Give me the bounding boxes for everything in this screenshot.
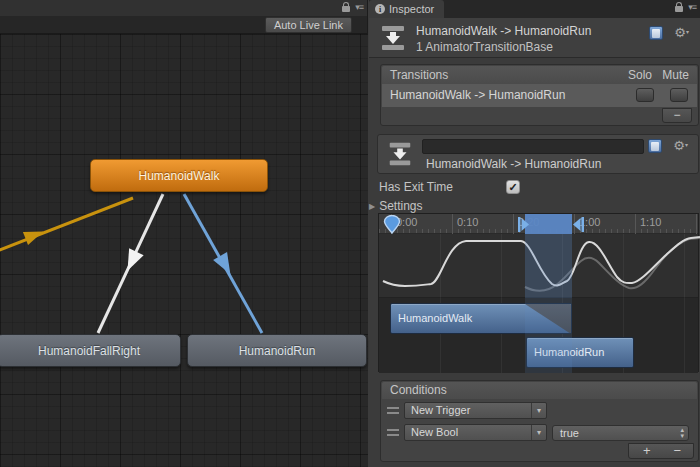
transition-name-field[interactable] bbox=[422, 139, 644, 154]
state-node-humanoidwalk[interactable]: HumanoidWalk bbox=[90, 159, 268, 192]
settings-label: Settings bbox=[379, 199, 422, 213]
clip-humanoidwalk-label: HumanoidWalk bbox=[398, 312, 472, 324]
tick-label: 0:10 bbox=[457, 216, 478, 228]
inspector-title: HumanoidWalk -> HumanoidRun bbox=[416, 24, 591, 38]
transition-region-curves bbox=[525, 234, 572, 298]
condition-value-popup[interactable]: true ▴▾ bbox=[552, 425, 689, 441]
transition-preview[interactable]: 0:00 0:10 0:20 1:00 1:10 bbox=[378, 213, 699, 372]
inspector-lock-icon[interactable] bbox=[675, 6, 683, 12]
lock-icon[interactable] bbox=[342, 6, 350, 12]
drag-handle-icon[interactable] bbox=[387, 429, 399, 436]
transition-region-ruler[interactable] bbox=[525, 214, 572, 234]
inspector-subtitle: 1 AnimatorTransitionBase bbox=[416, 40, 553, 54]
inspector-header: HumanoidWalk -> HumanoidRun 1 AnimatorTr… bbox=[369, 18, 700, 58]
unity-editor: ▾≡ Auto Live Link HumanoidWalk HumanoidF… bbox=[0, 0, 700, 467]
settings-foldout[interactable]: ▶Settings bbox=[369, 199, 689, 213]
condition-row[interactable]: New Trigger ▾ bbox=[383, 402, 696, 420]
state-node-humanoidfallright[interactable]: HumanoidFallRight bbox=[0, 334, 181, 367]
mute-toggle[interactable] bbox=[670, 88, 688, 102]
entry-edge-arrow-icon bbox=[23, 225, 46, 245]
gear-icon[interactable]: ⚙ bbox=[674, 26, 689, 39]
entry-edge[interactable] bbox=[0, 198, 133, 253]
reference-book-icon[interactable] bbox=[649, 26, 663, 40]
tab-inspector[interactable]: i Inspector bbox=[369, 0, 444, 18]
playhead-icon[interactable] bbox=[383, 215, 401, 234]
inspector-panel: i Inspector ▾≡ HumanoidWalk -> HumanoidR… bbox=[369, 0, 700, 467]
transition-detail-header: ⚙ HumanoidWalk -> HumanoidRun bbox=[377, 134, 699, 174]
dropdown-arrow-icon: ▾ bbox=[531, 425, 546, 440]
condition-parameter-dropdown[interactable]: New Trigger ▾ bbox=[404, 402, 547, 419]
gear-icon[interactable]: ⚙ bbox=[673, 139, 688, 152]
auto-live-link-button[interactable]: Auto Live Link bbox=[265, 17, 352, 33]
animator-graph-canvas[interactable]: HumanoidWalk HumanoidFallRight HumanoidR… bbox=[0, 34, 368, 467]
tab-inspector-label: Inspector bbox=[389, 3, 434, 15]
animator-toolbar: Auto Live Link bbox=[0, 16, 367, 34]
condition-parameter-dropdown[interactable]: New Bool ▾ bbox=[404, 424, 547, 441]
animator-tabstrip: ▾≡ bbox=[0, 0, 367, 16]
transition-row-label: HumanoidWalk -> HumanoidRun bbox=[390, 88, 565, 102]
transition-end-marker-icon[interactable] bbox=[572, 217, 584, 232]
mute-column-label: Mute bbox=[662, 68, 689, 82]
condition-parameter-label: New Bool bbox=[411, 426, 458, 438]
dropdown-arrow-icon: ▾ bbox=[531, 403, 546, 418]
inspector-tabbar: i Inspector ▾≡ bbox=[369, 0, 700, 18]
condition-row[interactable]: New Bool ▾ true ▴▾ bbox=[383, 424, 696, 442]
transitions-list-header: Transitions Solo Mute bbox=[382, 66, 697, 84]
foldout-arrow-icon: ▶ bbox=[369, 202, 375, 211]
transitions-title: Transitions bbox=[390, 68, 448, 82]
condition-parameter-label: New Trigger bbox=[411, 404, 470, 416]
walk-to-run-arrow-icon bbox=[213, 252, 237, 278]
condition-value-label: true bbox=[560, 427, 579, 439]
pane-menu-icon[interactable]: ▾≡ bbox=[355, 2, 363, 12]
transition-edges bbox=[0, 34, 368, 467]
state-node-humanoidrun[interactable]: HumanoidRun bbox=[187, 334, 367, 367]
transition-start-marker-icon[interactable] bbox=[518, 217, 530, 232]
animator-panel: ▾≡ Auto Live Link HumanoidWalk HumanoidF… bbox=[0, 0, 368, 467]
solo-column-label: Solo bbox=[628, 68, 652, 82]
has-exit-time-checkbox[interactable]: ✓ bbox=[506, 180, 520, 194]
walk-to-fallright-arrow-icon bbox=[120, 248, 143, 274]
transition-icon bbox=[378, 23, 408, 53]
conditions-header: Conditions bbox=[382, 382, 697, 399]
has-exit-time-label: Has Exit Time bbox=[379, 180, 453, 194]
transition-icon bbox=[386, 140, 414, 168]
tick-label: 1:10 bbox=[640, 216, 661, 228]
conditions-footer: + − bbox=[628, 443, 694, 459]
remove-transition-button[interactable]: − bbox=[662, 108, 692, 123]
add-condition-button[interactable]: + bbox=[643, 444, 651, 458]
inspector-pane-menu-icon[interactable]: ▾≡ bbox=[688, 2, 696, 12]
transition-region-clips bbox=[525, 298, 572, 373]
transition-list-row[interactable]: HumanoidWalk -> HumanoidRun bbox=[382, 84, 697, 107]
conditions-list: Conditions New Trigger ▾ New Bool ▾ true… bbox=[380, 380, 699, 462]
transition-detail-label: HumanoidWalk -> HumanoidRun bbox=[426, 157, 601, 171]
solo-toggle[interactable] bbox=[636, 88, 654, 102]
popup-arrows-icon: ▴▾ bbox=[680, 427, 684, 439]
remove-condition-button[interactable]: − bbox=[673, 444, 681, 458]
transitions-list: Transitions Solo Mute HumanoidWalk -> Hu… bbox=[380, 64, 699, 126]
drag-handle-icon[interactable] bbox=[387, 407, 399, 414]
reference-book-icon[interactable] bbox=[648, 139, 662, 153]
info-icon: i bbox=[375, 4, 385, 14]
has-exit-time-row: Has Exit Time ✓ bbox=[379, 180, 699, 196]
